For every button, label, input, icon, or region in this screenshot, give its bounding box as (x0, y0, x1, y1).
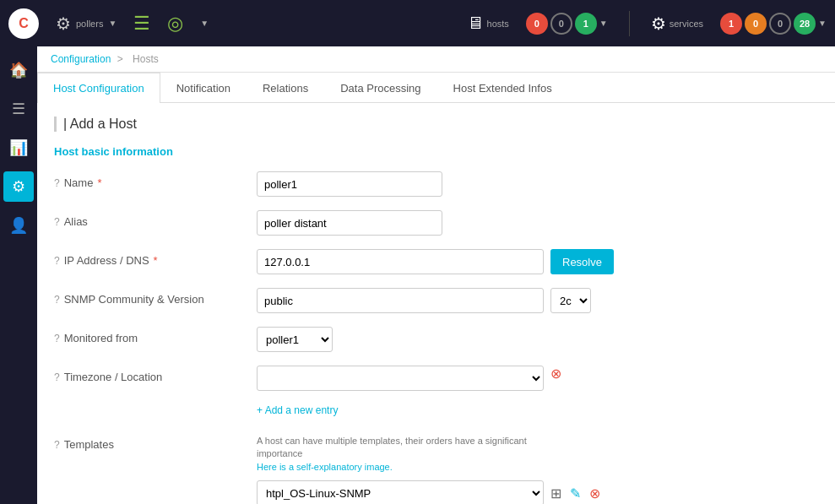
name-label: ? Name * (54, 171, 257, 189)
monitored-label: ? Monitored from (54, 327, 257, 344)
breadcrumb-sep: > (117, 53, 123, 65)
timezone-clear-icon[interactable]: ⊗ (550, 366, 561, 382)
monitored-help-icon[interactable]: ? (54, 333, 60, 344)
timezone-row: ? Timezone / Location ⊗ (54, 366, 818, 393)
pollers-label: pollers (76, 19, 103, 29)
template1-edit-icon[interactable]: ✎ (568, 484, 583, 503)
templates-control: A host can have multiple templates, thei… (257, 435, 818, 504)
name-required: * (97, 176, 101, 189)
templates-label: ? Templates (54, 435, 257, 451)
add-entry-row: + Add a new entry (54, 404, 818, 431)
logo: C (8, 8, 39, 39)
name-control (257, 171, 818, 197)
services-badges: 1 0 0 28 ▼ (720, 13, 827, 35)
services-badge-red[interactable]: 1 (720, 13, 742, 35)
monitored-row: ? Monitored from poller1 (54, 327, 818, 354)
timezone-control: ⊗ (257, 366, 818, 391)
menu-icon1[interactable]: ☰ (133, 13, 150, 35)
breadcrumb-hosts: Hosts (133, 53, 159, 65)
page-title: | Add a Host (54, 117, 818, 132)
tabs-bar: Host Configuration Notification Relation… (37, 73, 835, 103)
alias-control (257, 210, 818, 236)
services-badge-green[interactable]: 28 (794, 13, 816, 35)
snmp-label: ? SNMP Community & Version (54, 288, 257, 306)
timezone-help-icon[interactable]: ? (54, 371, 60, 383)
timezone-label: ? Timezone / Location (54, 366, 257, 383)
pollers-icon: ⚙ (56, 14, 71, 34)
hosts-chevron-icon[interactable]: ▼ (599, 19, 608, 28)
monitored-select[interactable]: poller1 (257, 327, 333, 352)
alias-help-icon[interactable]: ? (54, 216, 60, 228)
hosts-label: hosts (487, 19, 509, 29)
snmp-control: 2c 1 3 (257, 288, 818, 313)
sidebar-item-chart[interactable]: 📊 (3, 133, 34, 163)
hosts-nav[interactable]: 🖥 hosts (467, 14, 509, 33)
templates-helper-text: A host can have multiple templates, thei… (257, 435, 561, 474)
section-title: Host basic information (54, 145, 818, 158)
topnav: C ⚙ pollers ▼ ☰ ◎ ▼ 🖥 hosts 0 0 1 ▼ ⚙ se… (0, 0, 835, 46)
add-entry-control: + Add a new entry (257, 404, 818, 420)
timezone-select[interactable] (257, 366, 544, 391)
ip-label: ? IP Address / DNS * (54, 249, 257, 267)
services-icon: ⚙ (651, 14, 666, 34)
form-area: | Add a Host Host basic information ? Na… (37, 103, 835, 504)
services-label: services (670, 19, 703, 29)
breadcrumb: Configuration > Hosts (37, 46, 835, 73)
templates-row: ? Templates A host can have multiple tem… (54, 435, 818, 504)
main-content: Configuration > Hosts Host Configuration… (37, 46, 835, 504)
template1-remove-icon[interactable]: ⊗ (588, 484, 602, 503)
gauge-icon: ◎ (167, 13, 183, 35)
add-entry-link[interactable]: + Add a new entry (257, 404, 338, 416)
ip-input[interactable] (257, 249, 544, 274)
services-nav[interactable]: ⚙ services (651, 14, 703, 34)
nav-divider (629, 11, 630, 36)
hosts-badge-green[interactable]: 1 (575, 13, 597, 35)
ip-row: ? IP Address / DNS * Resolve (54, 249, 818, 276)
templates-help-icon[interactable]: ? (54, 439, 60, 451)
tab-host-configuration[interactable]: Host Configuration (37, 73, 160, 103)
hosts-badge-gray[interactable]: 0 (550, 13, 572, 35)
name-input[interactable] (257, 171, 442, 197)
alias-input[interactable] (257, 210, 442, 236)
sidebar: 🏠 ☰ 📊 ⚙ 👤 (0, 46, 37, 504)
menu-chevron-icon: ▼ (200, 19, 209, 28)
alias-row: ? Alias (54, 210, 818, 237)
monitored-control: poller1 (257, 327, 818, 352)
services-badge-gray[interactable]: 0 (769, 13, 791, 35)
snmp-community-input[interactable] (257, 288, 544, 313)
snmp-version-select[interactable]: 2c 1 3 (550, 288, 591, 313)
hosts-icon: 🖥 (467, 14, 484, 33)
pollers-nav[interactable]: ⚙ pollers ▼ (56, 14, 117, 34)
ip-help-icon[interactable]: ? (54, 255, 60, 267)
sidebar-item-list[interactable]: ☰ (3, 94, 34, 124)
ip-control: Resolve (257, 249, 818, 274)
template1-move-icon[interactable]: ⊞ (549, 484, 563, 503)
sidebar-item-home[interactable]: 🏠 (3, 55, 34, 85)
templates-helper-link[interactable]: Here is a self-explanatory image. (257, 462, 393, 472)
ip-required: * (154, 254, 158, 267)
hosts-badges: 0 0 1 ▼ (526, 13, 608, 35)
name-row: ? Name * (54, 171, 818, 198)
layout: 🏠 ☰ 📊 ⚙ 👤 Configuration > Hosts Host Con… (0, 46, 835, 504)
breadcrumb-config[interactable]: Configuration (51, 53, 111, 65)
tab-host-extended-infos[interactable]: Host Extended Infos (437, 73, 568, 103)
pollers-chevron-icon: ▼ (108, 19, 117, 28)
hosts-badge-red[interactable]: 0 (526, 13, 548, 35)
tab-notification[interactable]: Notification (160, 73, 247, 103)
tab-relations[interactable]: Relations (247, 73, 324, 103)
template1-select[interactable]: htpl_OS-Linux-SNMP (257, 480, 544, 504)
menu-chevron[interactable]: ▼ (200, 19, 209, 28)
add-entry-spacer (54, 404, 257, 409)
alias-label: ? Alias (54, 210, 257, 228)
resolve-button[interactable]: Resolve (550, 249, 614, 274)
services-badge-orange[interactable]: 0 (745, 13, 767, 35)
sidebar-item-user[interactable]: 👤 (3, 210, 34, 241)
sidebar-item-settings[interactable]: ⚙ (3, 171, 34, 202)
template1-row: htpl_OS-Linux-SNMP ⊞ ✎ ⊗ (257, 480, 602, 504)
services-chevron-icon[interactable]: ▼ (818, 19, 827, 28)
list-icon: ☰ (133, 13, 150, 35)
name-help-icon[interactable]: ? (54, 177, 60, 189)
menu-icon2[interactable]: ◎ (167, 13, 183, 35)
tab-data-processing[interactable]: Data Processing (324, 73, 436, 103)
snmp-help-icon[interactable]: ? (54, 294, 60, 306)
